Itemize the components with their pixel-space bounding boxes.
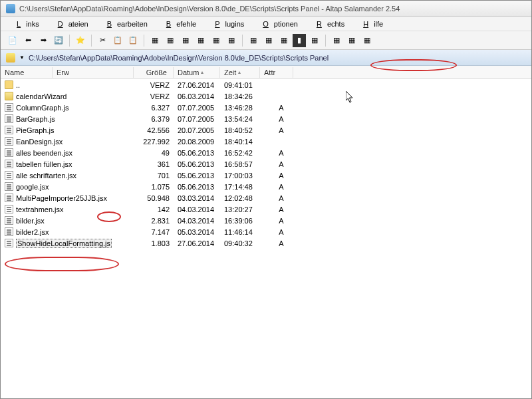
file-date: 05.03.2014 [174,227,220,237]
file-name: ShowHideLocalFormatting.js [16,239,112,248]
file-size: 6.379 [134,114,174,124]
menu-befehle[interactable]: Befehle [156,19,201,29]
file-name: bilder2.jsx [16,228,49,236]
tool-5[interactable]: ▦ [209,34,223,47]
col-size[interactable]: Größe [134,67,174,78]
cut-button[interactable]: ✂ [96,34,109,47]
table-row[interactable]: calendarWizardVERZ06.03.201418:34:26 [1,90,531,102]
file-time: 12:02:48 [220,194,260,203]
table-row[interactable]: alle schriftarten.jsx70105.06.201317:00:… [1,170,531,181]
file-name: PieGraph.js [16,126,54,134]
menubar: LinksDateienBearbeitenBefehlePluginsOpti… [1,17,531,31]
tool-12[interactable]: ▦ [345,34,358,47]
file-attr: A [260,126,293,135]
file-size: VERZ [134,92,174,101]
file-attr: A [260,239,293,248]
file-size: 50.948 [134,194,174,203]
file-time: 16:39:06 [220,216,260,225]
menu-rechts[interactable]: Rechts [306,19,350,29]
file-time: 17:00:03 [220,171,260,180]
refresh-button[interactable]: 🔄 [52,34,65,47]
console-button[interactable]: ▮ [293,34,306,47]
file-date: 07.07.2005 [174,103,220,112]
tool-7[interactable]: ▦ [247,34,260,47]
menu-dateien[interactable]: Dateien [47,19,94,29]
table-row[interactable]: ColumnGraph.js6.32707.07.200513:46:28A [1,102,531,113]
file-time: 18:40:52 [220,126,260,135]
file-date: 03.03.2014 [174,194,220,203]
table-row[interactable]: MultiPageImporter25JJB.jsx50.94803.03.20… [1,192,531,203]
file-size: 361 [134,160,174,169]
file-icon [5,171,13,180]
favorites-button[interactable]: ⭐ [74,34,87,47]
tool-2[interactable]: ▦ [164,34,177,47]
file-time: 18:40:14 [220,137,260,146]
table-row[interactable]: ..VERZ27.06.201409:41:01 [1,79,531,90]
window-title: C:\Users\Stefan\AppData\Roaming\Adobe\In… [19,5,400,13]
file-name: alles beenden.jsx [16,149,72,157]
tool-11[interactable]: ▦ [330,34,343,47]
tool-8[interactable]: ▦ [262,34,275,47]
file-name: BarGraph.js [16,115,55,123]
table-row[interactable]: bilder2.jsx7.14705.03.201411:46:14A [1,226,531,237]
tool-4[interactable]: ▦ [194,34,207,47]
table-row[interactable]: google.jsx1.07505.06.201317:14:48A [1,181,531,192]
file-date: 05.06.2013 [174,182,220,192]
file-icon [5,205,13,213]
addressbar[interactable]: ▼ C:\Users\Stefan\AppData\Roaming\Adobe\… [1,50,531,66]
new-button[interactable]: 📄 [6,34,19,47]
back-button[interactable]: ⬅ [21,34,35,47]
tool-9[interactable]: ▦ [277,34,291,47]
file-time: 09:41:01 [220,80,260,90]
file-size: 6.327 [134,103,174,112]
file-icon [5,182,13,191]
col-erw[interactable]: Erw [53,67,134,78]
menu-plugins[interactable]: Plugins [204,19,249,29]
table-row[interactable]: ShowHideLocalFormatting.js1.80327.06.201… [1,237,531,249]
col-date[interactable]: Datum▴ [174,67,220,78]
menu-bearbeiten[interactable]: Bearbeiten [96,19,153,29]
menu-optionen[interactable]: Optionen [252,19,303,29]
file-attr: A [260,114,293,124]
file-attr: A [260,148,293,158]
file-date: 20.07.2005 [174,126,220,135]
up-icon [5,80,13,89]
file-time: 13:20:27 [220,205,260,214]
folder-icon [5,92,13,100]
table-row[interactable]: EanDesign.jsx227.99220.08.200918:40:14 [1,136,531,147]
table-row[interactable]: alles beenden.jsx4905.06.201316:52:42A [1,147,531,158]
separator [242,35,243,47]
forward-button[interactable]: ➡ [37,34,50,47]
file-attr: A [260,171,293,180]
tool-3[interactable]: ▦ [179,34,192,47]
file-icon [5,137,13,146]
table-row[interactable]: BarGraph.js6.37907.07.200513:54:24A [1,113,531,124]
file-icon [5,103,13,112]
file-date: 05.06.2013 [174,148,220,158]
col-time[interactable]: Zeit▴ [220,67,260,78]
sort-icon: ▴ [238,69,241,75]
paste-button[interactable]: 📋 [126,34,140,47]
tool-13[interactable]: ▦ [360,34,374,47]
col-attr[interactable]: Attr [260,67,293,78]
address-path[interactable]: C:\Users\Stefan\AppData\Roaming\Adobe\In… [29,54,329,62]
file-size: 142 [134,205,174,214]
table-row[interactable]: bilder.jsx2.83104.03.201416:39:06A [1,215,531,226]
col-name[interactable]: Name [1,67,53,78]
dropdown-icon[interactable]: ▼ [19,55,25,61]
table-row[interactable]: tabellen füllen.jsx36105.06.201316:58:57… [1,158,531,170]
table-row[interactable]: PieGraph.js42.55620.07.200518:40:52A [1,124,531,136]
titlebar: C:\Users\Stefan\AppData\Roaming\Adobe\In… [1,1,531,17]
menu-links[interactable]: Links [6,19,45,29]
tool-1[interactable]: ▦ [148,34,162,47]
copy-button[interactable]: 📋 [111,34,124,47]
menu-hilfe[interactable]: Hilfe [352,19,388,29]
file-time: 11:46:14 [220,227,260,237]
sort-icon: ▴ [201,69,203,75]
table-row[interactable]: textrahmen.jsx14204.03.201413:20:27A [1,203,531,215]
file-attr: A [260,160,293,169]
file-name: EanDesign.jsx [16,138,63,146]
tool-6[interactable]: ▦ [225,34,238,47]
file-date: 05.06.2013 [174,171,220,180]
tool-10[interactable]: ▦ [308,34,321,47]
